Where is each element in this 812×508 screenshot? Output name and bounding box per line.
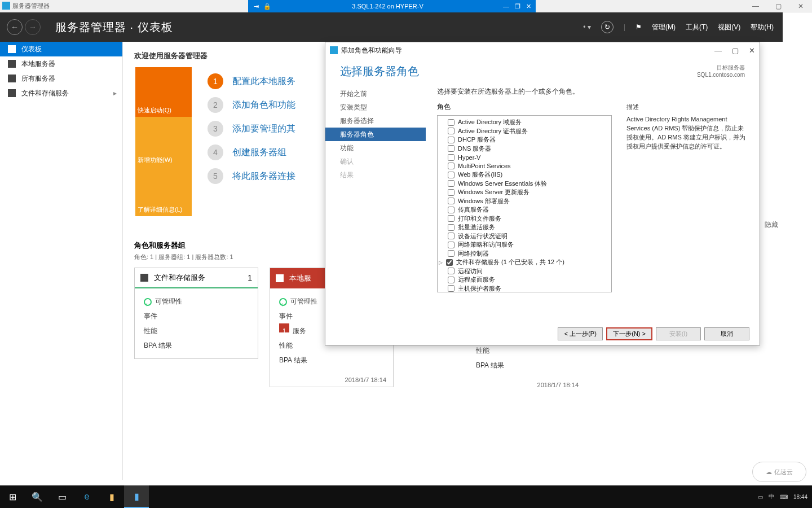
role-checkbox[interactable]: [448, 207, 454, 213]
sidebar-item-storage[interactable]: 文件和存储服务▸: [0, 86, 122, 100]
hv-minimize-button[interactable]: —: [503, 3, 509, 10]
hyperv-title-bar[interactable]: ⇥ 🔒 3.SQL1-242 on HYPER-V — ❐ ✕: [248, 0, 536, 12]
role-checkbox[interactable]: [448, 198, 454, 204]
role-item[interactable]: Windows Server Essentials 体验: [441, 179, 608, 189]
role-checkbox[interactable]: [448, 268, 454, 274]
cancel-button[interactable]: 取消: [704, 327, 749, 340]
role-item[interactable]: 网络策略和访问服务: [441, 240, 608, 249]
roles-list[interactable]: Active Directory 域服务Active Directory 证书服…: [437, 115, 612, 292]
role-checkbox[interactable]: [448, 119, 454, 126]
role-item[interactable]: 远程访问: [441, 267, 608, 276]
breadcrumb-root[interactable]: 服务器管理器: [55, 21, 126, 33]
wizard-close-button[interactable]: ✕: [749, 46, 755, 55]
role-checkbox[interactable]: [448, 145, 454, 152]
nav-forward-button[interactable]: →: [25, 19, 41, 35]
role-item[interactable]: Web 服务器(IIS): [441, 170, 608, 179]
card-row[interactable]: BPA 结果: [476, 358, 576, 373]
card-row[interactable]: 性能: [144, 323, 249, 338]
nav-server-select[interactable]: 服务器选择: [325, 114, 426, 128]
role-checkbox[interactable]: [448, 128, 454, 134]
explorer-button[interactable]: ▮: [99, 485, 124, 508]
role-item[interactable]: 远程桌面服务: [441, 275, 608, 284]
role-checkbox[interactable]: [448, 215, 454, 222]
role-item[interactable]: DHCP 服务器: [441, 135, 608, 144]
tray-network-icon[interactable]: ▭: [758, 494, 763, 500]
hv-restore-button[interactable]: ❐: [515, 3, 520, 10]
next-button[interactable]: 下一步(N) >: [606, 327, 652, 340]
hv-lock-icon[interactable]: 🔒: [263, 3, 271, 10]
expand-icon[interactable]: ▷: [439, 260, 443, 265]
tile-learnmore[interactable]: 了解详细信息(L): [135, 167, 192, 216]
ie-button[interactable]: e: [74, 485, 99, 508]
role-checkbox[interactable]: [448, 154, 454, 161]
menu-tools[interactable]: 工具(T): [686, 23, 708, 32]
nav-install-type[interactable]: 安装类型: [325, 100, 426, 114]
role-item[interactable]: 设备运行状况证明: [441, 232, 608, 241]
wizard-maximize-button[interactable]: ▢: [732, 46, 739, 55]
server-manager-button[interactable]: ▮: [124, 485, 149, 508]
hide-link[interactable]: 隐藏: [765, 220, 778, 230]
role-item[interactable]: MultiPoint Services: [441, 162, 608, 171]
refresh-icon[interactable]: ↻: [601, 21, 614, 33]
role-item[interactable]: 打印和文件服务: [441, 214, 608, 224]
tile-whatsnew[interactable]: 新增功能(W): [135, 117, 192, 167]
card-row[interactable]: BPA 结果: [279, 353, 384, 367]
role-checkbox[interactable]: [448, 189, 454, 196]
hv-close-button[interactable]: ✕: [526, 3, 531, 10]
role-item[interactable]: ▷文件和存储服务 (1 个已安装，共 12 个): [441, 258, 608, 267]
tray-ime[interactable]: 中: [769, 493, 774, 501]
role-checkbox[interactable]: [448, 285, 454, 292]
role-checkbox[interactable]: [448, 277, 454, 283]
role-checkbox[interactable]: [448, 233, 454, 239]
role-checkbox[interactable]: [448, 180, 454, 187]
menu-manage[interactable]: 管理(M): [652, 23, 676, 32]
menu-view[interactable]: 视图(V): [718, 23, 740, 32]
tray-time[interactable]: 18:44: [793, 494, 807, 500]
search-button[interactable]: 🔍: [25, 485, 50, 508]
role-item[interactable]: DNS 服务器: [441, 144, 608, 154]
role-item[interactable]: Hyper-V: [441, 153, 608, 162]
role-item[interactable]: Active Directory 证书服务: [441, 127, 608, 136]
role-item[interactable]: 主机保护者服务: [441, 284, 608, 293]
nav-back-button[interactable]: ←: [7, 19, 23, 35]
role-item[interactable]: 网络控制器: [441, 249, 608, 259]
sidebar-item-all[interactable]: 所有服务器: [0, 71, 122, 86]
role-item[interactable]: 传真服务器: [441, 205, 608, 214]
taskview-button[interactable]: ▭: [50, 485, 74, 508]
nav-features[interactable]: 功能: [325, 141, 426, 155]
flag-icon[interactable]: ⚑: [636, 23, 642, 31]
role-checkbox[interactable]: [448, 137, 454, 143]
tile-quickstart[interactable]: 快速启动(Q): [135, 67, 192, 117]
nav-before[interactable]: 开始之前: [325, 87, 426, 100]
role-item[interactable]: Windows 部署服务: [441, 197, 608, 206]
hv-pin-icon[interactable]: ⇥: [254, 3, 259, 10]
step-1[interactable]: 1配置此本地服务: [208, 73, 295, 89]
sidebar-item-local[interactable]: 本地服务器: [0, 56, 122, 71]
wizard-title-bar[interactable]: 添加角色和功能向导 — ▢ ✕: [325, 42, 760, 58]
role-checkbox[interactable]: [448, 250, 454, 257]
step-5[interactable]: 5将此服务器连接: [208, 168, 295, 184]
step-3[interactable]: 3添加要管理的其: [208, 121, 295, 137]
host-maximize-button[interactable]: ▢: [767, 0, 789, 12]
role-item[interactable]: Windows Server 更新服务: [441, 188, 608, 197]
role-checkbox[interactable]: [448, 242, 454, 248]
role-checkbox[interactable]: [446, 259, 453, 266]
host-close-button[interactable]: ✕: [789, 0, 812, 12]
role-checkbox[interactable]: [448, 163, 454, 169]
sidebar-item-dashboard[interactable]: 仪表板: [0, 42, 122, 56]
menu-help[interactable]: 帮助(H): [751, 23, 774, 32]
role-item[interactable]: Active Directory 域服务: [441, 118, 608, 127]
start-button[interactable]: ⊞: [0, 485, 25, 508]
refresh-dropdown[interactable]: • ▾: [583, 23, 591, 31]
prev-button[interactable]: < 上一步(P): [558, 327, 603, 340]
role-card-storage[interactable]: 文件和存储服务1 可管理性 事件 性能 BPA 结果: [134, 268, 258, 359]
card-row[interactable]: 事件: [144, 309, 249, 323]
step-2[interactable]: 2添加角色和功能: [208, 97, 295, 113]
step-4[interactable]: 4创建服务器组: [208, 144, 295, 160]
host-minimize-button[interactable]: —: [744, 0, 767, 12]
nav-server-roles[interactable]: 服务器角色: [325, 128, 426, 141]
role-checkbox[interactable]: [448, 224, 454, 231]
role-checkbox[interactable]: [448, 172, 454, 178]
card-row[interactable]: 可管理性: [144, 294, 249, 309]
tray-keyboard-icon[interactable]: ⌨: [780, 494, 788, 500]
